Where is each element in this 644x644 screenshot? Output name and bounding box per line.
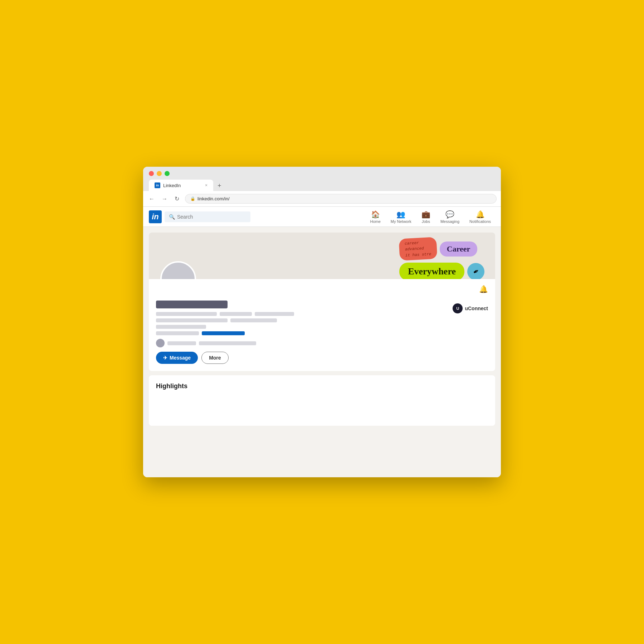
highlights-title: Highlights — [156, 382, 488, 390]
nav-label-home: Home — [370, 219, 380, 224]
tab-close-icon[interactable]: × — [205, 183, 208, 188]
action-buttons: ✈ Message More — [156, 352, 488, 364]
nav-item-messaging[interactable]: 💬 Messaging — [436, 209, 464, 225]
search-icon: 🔍 — [169, 214, 175, 220]
nav-item-home[interactable]: 🏠 Home — [366, 209, 385, 225]
close-button[interactable] — [149, 171, 154, 176]
nav-label-jobs: Jobs — [422, 219, 430, 224]
info-line — [255, 312, 294, 316]
pen-icon: ✒ — [471, 267, 481, 277]
address-bar[interactable]: 🔒 linkedin.com/in/ — [185, 194, 497, 204]
back-button[interactable]: ← — [147, 194, 156, 204]
profile-card: careeradvancedit has stre Career Everywh… — [149, 233, 495, 371]
nav-item-jobs[interactable]: 💼 Jobs — [417, 209, 435, 225]
refresh-button[interactable]: ↻ — [173, 194, 181, 204]
search-input[interactable] — [177, 214, 246, 220]
uconnect-name: uConnect — [465, 306, 488, 311]
sticker-row-bottom: Everywhere ✒ — [399, 263, 484, 279]
active-tab[interactable]: in LinkedIn × — [149, 180, 213, 191]
info-line — [156, 331, 199, 335]
uconnect-badge: U uConnect — [453, 303, 488, 313]
sticker-row-top: careeradvancedit has stre Career — [399, 238, 484, 260]
highlights-content — [156, 390, 488, 419]
jobs-icon: 💼 — [421, 210, 430, 219]
tab-favicon: in — [155, 182, 160, 188]
nav-item-notifications[interactable]: 🔔 Notifications — [465, 209, 495, 225]
nav-item-my-network[interactable]: 👥 My Network — [386, 209, 416, 225]
maximize-button[interactable] — [165, 171, 170, 176]
new-tab-button[interactable]: + — [215, 181, 224, 191]
sticker-coral: careeradvancedit has stre — [399, 237, 438, 261]
nav-label-messaging: Messaging — [440, 219, 459, 224]
sticker-green: Everywhere — [399, 263, 464, 279]
info-line — [220, 312, 252, 316]
lock-icon: 🔒 — [190, 196, 195, 201]
browser-window: in LinkedIn × + ← → ↻ 🔒 linkedin.com/in/… — [143, 167, 501, 477]
browser-chrome: in LinkedIn × + — [143, 167, 501, 191]
info-line — [230, 318, 277, 322]
info-row-1 — [156, 312, 488, 316]
info-row-2 — [156, 318, 488, 322]
connection-text — [167, 341, 196, 345]
traffic-lights — [149, 171, 495, 176]
minimize-button[interactable] — [157, 171, 162, 176]
connection-row — [156, 339, 488, 347]
sticker-purple: Career — [440, 241, 478, 257]
career-stickers: careeradvancedit has stre Career Everywh… — [399, 238, 484, 279]
profile-name-placeholder — [156, 301, 228, 308]
tab-title: LinkedIn — [163, 183, 181, 188]
address-bar-row: ← → ↻ 🔒 linkedin.com/in/ — [143, 191, 501, 207]
url-text: linkedin.com/in/ — [197, 196, 230, 201]
messaging-icon: 💬 — [445, 210, 454, 219]
nav-items: 🏠 Home 👥 My Network 💼 Jobs 💬 Messaging 🔔… — [366, 209, 495, 225]
info-row-3 — [156, 325, 488, 329]
connection-text-2 — [199, 341, 256, 345]
info-row-4 — [156, 331, 488, 335]
profile-bell-icon[interactable]: 🔔 — [479, 285, 488, 293]
info-line — [156, 318, 228, 322]
message-icon: ✈ — [163, 355, 167, 361]
profile-info-lines — [156, 312, 488, 335]
profile-banner: careeradvancedit has stre Career Everywh… — [149, 233, 495, 279]
message-button[interactable]: ✈ Message — [156, 352, 198, 364]
info-line — [156, 312, 217, 316]
sticker-blue-circle: ✒ — [467, 263, 484, 279]
highlights-card: Highlights — [149, 375, 495, 426]
linkedin-nav: in 🔍 🏠 Home 👥 My Network 💼 Jobs 💬 Messag… — [143, 207, 501, 227]
home-icon: 🏠 — [371, 210, 380, 219]
notifications-icon: 🔔 — [476, 210, 485, 219]
tab-bar: in LinkedIn × + — [149, 180, 495, 191]
info-line-blue — [202, 331, 245, 335]
profile-avatar-wrap — [160, 261, 196, 279]
nav-label-my-network: My Network — [391, 219, 411, 224]
linkedin-logo[interactable]: in — [149, 210, 162, 223]
page-content: careeradvancedit has stre Career Everywh… — [143, 227, 501, 477]
profile-body: 🔔 U uConnect — [149, 279, 495, 371]
connection-avatar — [156, 339, 165, 347]
search-bar[interactable]: 🔍 — [165, 211, 250, 222]
info-line — [156, 325, 206, 329]
nav-label-notifications: Notifications — [469, 219, 491, 224]
forward-button[interactable]: → — [160, 194, 169, 204]
more-button[interactable]: More — [201, 352, 228, 364]
network-icon: 👥 — [396, 210, 405, 219]
uconnect-logo: U — [453, 303, 463, 313]
avatar — [160, 261, 196, 279]
